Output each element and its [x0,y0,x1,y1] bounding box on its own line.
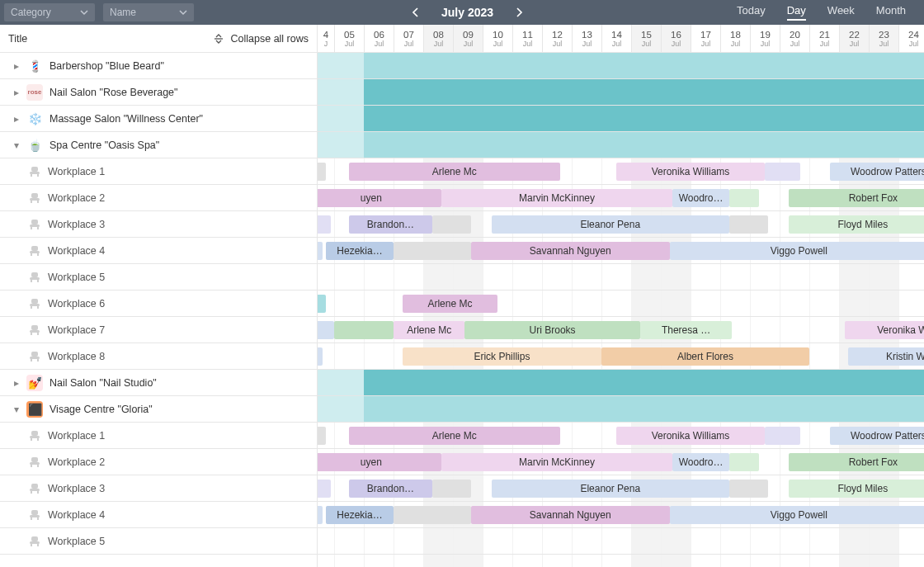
collapse-all-button[interactable]: Collapse all rows [213,33,309,45]
tree-workplace[interactable]: Workplace 5 [0,528,317,555]
timeline-group-row [318,106,924,132]
seat-icon [28,324,41,337]
event-bar[interactable] [318,163,326,181]
event-bar[interactable]: Eleanor Pena [492,480,729,498]
event-bar[interactable] [729,215,768,234]
event-bar[interactable] [765,427,800,445]
event-bar[interactable]: Robert Fox [789,453,924,471]
event-bar[interactable] [729,453,759,471]
event-bar[interactable]: Savannah Nguyen [471,506,670,524]
tree-group[interactable]: ▸ 💈 Barbershop "Blue Beard" [0,53,317,79]
event-bar[interactable]: Kristin Watson [848,347,924,366]
event-bar[interactable]: Brandon… [349,215,432,234]
event-bar[interactable]: Woodrow Patterson [830,427,924,445]
tree-workplace[interactable]: Workplace 6 [0,291,317,317]
tree-workplace[interactable]: Workplace 5 [0,264,317,291]
tree-workplace[interactable]: Workplace 4 [0,238,317,264]
svg-rect-48 [37,517,39,520]
event-bar[interactable] [394,506,471,524]
ruler-day: 08Jul [423,25,453,52]
view-week[interactable]: Week [827,4,855,21]
expand-toggle[interactable]: ▸ [10,113,23,125]
event-bar[interactable] [318,480,331,498]
event-bar[interactable] [394,242,471,260]
event-bar[interactable]: Savannah Nguyen [471,242,670,260]
tree-workplace[interactable]: Workplace 4 [0,502,317,528]
tree-workplace[interactable]: Workplace 1 [0,423,317,449]
prev-month-button[interactable] [412,7,420,17]
expand-toggle[interactable]: ▸ [10,87,23,98]
tree-group[interactable]: ▾ 🍵 Spa Centre "Oasis Spa" [0,132,317,158]
expand-toggle[interactable]: ▸ [10,377,23,389]
event-bar[interactable]: Woodrow Patterson [830,163,924,181]
event-bar[interactable]: Viggo Powell [670,506,924,524]
view-day[interactable]: Day [787,4,806,21]
event-bar[interactable]: Viggo Powell [670,242,924,260]
tree-group[interactable]: ▸ 💅 Nail Salon "Nail Studio" [0,370,317,396]
expand-toggle[interactable]: ▸ [10,60,23,72]
tree-workplace[interactable]: Workplace 3 [0,475,317,502]
today-button[interactable]: Today [737,4,766,21]
event-bar[interactable]: Hezekia… [326,506,394,524]
tree-workplace[interactable]: Workplace 2 [0,185,317,211]
event-bar[interactable]: uyen [318,189,441,207]
event-bar[interactable]: Woodro… [672,189,728,207]
ruler-day: 22Jul [839,25,869,52]
event-bar[interactable] [318,295,326,313]
event-bar[interactable] [729,480,768,498]
event-bar[interactable]: Hezekia… [326,242,394,260]
tree-group[interactable]: ▸ rose Nail Salon "Rose Beverage" [0,79,317,106]
tree-workplace[interactable]: Workplace 3 [0,211,317,238]
name-filter-label: Name [110,7,136,18]
event-bar[interactable] [432,215,471,234]
category-filter[interactable]: Category [4,3,95,21]
event-bar[interactable]: Veronika Williams [616,163,765,181]
event-bar[interactable]: Albert Flores [601,347,809,366]
svg-rect-29 [31,352,38,357]
tree-group[interactable]: ▸ ❄️ Massage Salon "Willness Center" [0,106,317,132]
event-bar[interactable]: Floyd Miles [789,215,924,234]
svg-rect-44 [37,491,39,494]
event-bar[interactable]: Uri Brooks [464,321,639,339]
expand-toggle[interactable]: ▾ [10,404,23,415]
workplace-title: Workplace 7 [48,324,105,336]
tree-group[interactable]: ▾ ⬛ Visage Centre "Gloria" [0,396,317,423]
tree-workplace[interactable]: Workplace 2 [0,449,317,475]
event-bar[interactable] [729,189,759,207]
event-bar[interactable] [318,215,331,234]
event-bar[interactable] [318,321,334,339]
event-bar[interactable]: Eleanor Pena [492,215,729,234]
event-bar[interactable]: Marvin McKinney [441,453,673,471]
event-bar[interactable] [318,506,323,524]
timeline-group-row [318,370,924,396]
event-bar[interactable]: Veronika Williams [616,427,765,445]
event-bar[interactable]: Arlene Mc [349,163,560,181]
event-bar[interactable]: Arlene Mc [403,295,497,313]
event-bar[interactable]: Marvin McKinney [441,189,673,207]
view-month[interactable]: Month [876,4,906,21]
event-bar[interactable] [432,480,471,498]
event-bar[interactable] [318,427,326,445]
event-bar[interactable] [318,347,323,366]
tree-workplace[interactable]: Workplace 1 [0,158,317,185]
event-bar[interactable]: Floyd Miles [789,480,924,498]
event-bar[interactable]: Arlene Mc [394,321,464,339]
density-bar [364,53,924,78]
event-bar[interactable] [334,321,394,339]
event-bar[interactable]: Theresa … [640,321,733,339]
name-filter[interactable]: Name [103,3,194,21]
event-bar[interactable] [318,242,323,260]
next-month-button[interactable] [515,7,523,17]
event-bar[interactable]: Robert Fox [789,189,924,207]
timeline-body[interactable]: Arlene McVeronika WilliamsWoodrow Patter… [318,53,924,567]
event-bar[interactable]: Arlene Mc [349,427,560,445]
event-bar[interactable]: uyen [318,453,441,471]
event-bar[interactable]: Brandon… [349,480,432,498]
event-bar[interactable]: Erick Phillips [403,347,601,366]
tree-workplace[interactable]: Workplace 8 [0,343,317,370]
event-bar[interactable] [765,163,800,181]
event-bar[interactable]: Woodro… [672,453,728,471]
expand-toggle[interactable]: ▾ [10,139,23,151]
tree-workplace[interactable]: Workplace 7 [0,317,317,343]
event-bar[interactable]: Veronika Williams [845,321,924,339]
